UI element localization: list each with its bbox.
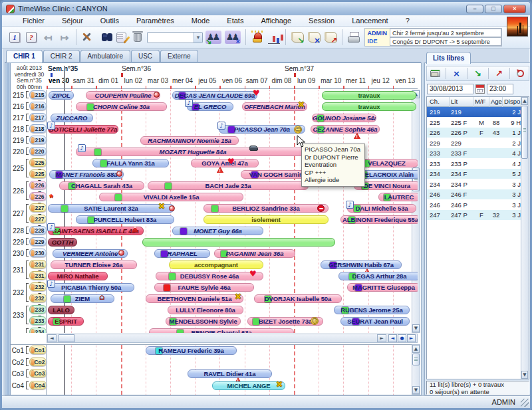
free-bed-row[interactable]: 233233 P4 J xyxy=(427,159,521,169)
minimize-button[interactable]: – xyxy=(466,5,483,13)
stay-bar[interactable]: ZIEM⌂ xyxy=(51,294,114,303)
stay-bar[interactable]: MICHEL ANGE× xyxy=(212,381,285,390)
room-badge-227P[interactable]: 227 P xyxy=(29,215,47,223)
stay-bar[interactable]: OFFENBACH Marion× xyxy=(242,102,307,111)
stay-bar[interactable]: RUBENS Jerome 25a xyxy=(334,306,410,314)
refresh-button[interactable] xyxy=(513,67,527,80)
stay-bar[interactable]: FAURE Sylvie 46a xyxy=(154,283,254,292)
stay-bar[interactable]: BERLIOZ Sandrine 33a xyxy=(203,204,329,213)
free-bed-row[interactable]: 2292292 J xyxy=(427,138,521,148)
menu-item-paramtres[interactable]: Paramètres xyxy=(128,16,183,25)
stay-bar[interactable]: BACH Jade 23a xyxy=(148,181,309,190)
room-badge-216[interactable]: 216 xyxy=(29,102,47,110)
stay-bar[interactable]: MOZART Huguette 84a♪ xyxy=(76,148,310,156)
cancel-admission-button[interactable]: ♟♟× xyxy=(224,31,241,45)
stay-bar[interactable]: RACHMANINOV Noemie 15a xyxy=(140,136,239,145)
scroll-out-button[interactable]: ↗ xyxy=(323,31,338,45)
scroll-down-button[interactable]: ▼ xyxy=(412,386,420,394)
room-badge-232F[interactable]: 232 F xyxy=(29,282,47,291)
stay-bar[interactable]: CHAGALL Sarah 43a xyxy=(59,181,144,190)
stay-bar[interactable]: travaux xyxy=(322,91,416,100)
room-badge-233F[interactable]: 233 F xyxy=(29,305,47,314)
room-badge-Co3[interactable]: Co3 xyxy=(29,369,47,377)
room-badge-Co4[interactable]: Co4 xyxy=(29,381,47,389)
free-bed-row[interactable]: 247247 PF323 J xyxy=(427,210,521,220)
arrow-out-button[interactable]: ↗ xyxy=(492,67,506,80)
stay-bar[interactable]: accompagnant xyxy=(169,260,263,269)
close-button[interactable]: × xyxy=(503,5,526,13)
transfer-out-button[interactable]: ↦ xyxy=(57,31,72,45)
room-badge-230[interactable]: 230 xyxy=(29,249,47,257)
stay-bar[interactable]: MANET Francois 88a xyxy=(49,170,124,179)
hscroll-thumb[interactable] xyxy=(58,334,75,342)
room-badge-225F[interactable]: 225 F xyxy=(29,158,47,167)
table-scroll-thumb[interactable] xyxy=(521,106,528,159)
free-bed-row[interactable]: 226226 PF431 J xyxy=(427,128,521,138)
close-panel-button[interactable]: × xyxy=(450,67,464,80)
free-bed-row[interactable]: 234234 F5 J xyxy=(427,169,521,179)
free-bed-row[interactable]: 234234 P3 J xyxy=(427,179,521,189)
stay-bar[interactable]: PICASSO Jean 70a♪☺ xyxy=(219,125,305,134)
menu-item-affichage[interactable]: Affichage xyxy=(252,16,300,25)
scroll-down-button[interactable]: ▼ xyxy=(412,324,420,332)
stay-bar[interactable]: CEZANNE Sophie 46a xyxy=(311,125,380,134)
stay-bar[interactable]: VIVALDI Axelle 15a xyxy=(99,193,243,201)
stay-bar[interactable]: PURCELL Hubert 83a xyxy=(76,215,174,224)
room-badge-233P[interactable]: 233 P xyxy=(29,316,47,325)
scroll-left-button[interactable]: ◄ xyxy=(47,334,57,342)
stay-bar[interactable]: ZUCCARO xyxy=(51,114,93,122)
menu-item-outils[interactable]: Outils xyxy=(92,16,128,25)
room-badge-226P[interactable]: 226 P xyxy=(29,192,47,201)
scroll-down-button[interactable]: ▼ xyxy=(521,371,528,379)
stay-bar[interactable]: DEGAS JEAN CLAUDE 69a♥ xyxy=(172,91,257,100)
stay-bar[interactable]: GOUNOD Josiane 54a xyxy=(312,114,376,122)
free-bed-row[interactable]: 233233 F4 J xyxy=(427,148,521,158)
stay-bar[interactable]: BOTICELLI Juliette 77a♪ xyxy=(48,125,118,134)
room-badge-234F[interactable]: 234 F xyxy=(29,328,47,333)
stay-bar[interactable]: ESPRIT xyxy=(48,317,84,326)
menu-item-sjour[interactable]: Séjour xyxy=(53,16,92,25)
scroll-in-button[interactable]: ↘ xyxy=(290,31,305,45)
planner-hscrollbar[interactable]: ◄ ► ◄ ● ► xyxy=(47,334,418,343)
stay-bar[interactable]: COUPERIN Pauline xyxy=(86,91,160,100)
room-badge-229[interactable]: 229 xyxy=(29,237,47,246)
statistics-button[interactable] xyxy=(267,31,281,45)
room-badge-226F[interactable]: 226 F xyxy=(29,181,47,189)
find-stay-button[interactable]: ? xyxy=(24,31,39,45)
room-badge-228[interactable]: 228 xyxy=(29,226,47,235)
new-stay-button[interactable]: 1 xyxy=(7,31,22,45)
arrow-in-button[interactable]: ↘ xyxy=(471,67,485,80)
stay-bar[interactable]: VERMEER Antoine xyxy=(53,249,128,258)
room-badge-225P[interactable]: 225 P xyxy=(29,169,47,178)
stay-bar[interactable]: BIZET Josette 73a☺ xyxy=(247,317,323,326)
stay-bar[interactable]: RAVEL Didier 41a xyxy=(188,369,272,378)
admit-patient-button[interactable]: ♟♟↘ xyxy=(205,31,222,45)
scroll-cancel-button[interactable]: × xyxy=(307,31,321,45)
column-header-Ch[interactable]: Ch. xyxy=(428,97,450,107)
tab-ambulatoire[interactable]: Ambulatoire xyxy=(80,50,130,62)
free-bed-row[interactable]: 246246 F3 J xyxy=(427,189,521,199)
stay-bar[interactable]: TURNER Eloise 26a xyxy=(51,260,137,269)
free-bed-row[interactable]: 225225 FM889 H xyxy=(427,118,521,128)
menu-item-fichier[interactable]: Fichier xyxy=(14,16,53,25)
stay-bar[interactable]: EL GRECO♪ xyxy=(187,102,233,111)
stay-bar[interactable]: DEGAS Arthur 28a xyxy=(338,272,418,280)
room-badge-231F[interactable]: 231 F xyxy=(29,260,47,268)
room-badge-Co1[interactable]: Co1 xyxy=(29,346,47,354)
stay-bar[interactable]: DVORJAK Isabelle 50a xyxy=(254,294,342,303)
stay-bar[interactable]: GERSHWIN Habib 67a xyxy=(321,260,402,269)
stay-bar[interactable]: PICABIA Thierry 50a♪ xyxy=(48,283,134,292)
menu-item-session[interactable]: Session xyxy=(300,16,343,25)
date-field[interactable]: 30/08/2013 xyxy=(427,84,473,94)
message-field-2[interactable]: Congés Dr DUPONT -> 5 septembre xyxy=(390,37,501,46)
filter-combobox[interactable]: ▾ xyxy=(147,32,203,43)
room-badge-217[interactable]: 217 xyxy=(29,113,47,122)
stay-bar[interactable]: DEBUSSY Rose 46a♥ xyxy=(156,272,263,280)
tab-lits-libres[interactable]: Lits libres xyxy=(426,52,471,64)
scroll-up-button[interactable]: ▲ xyxy=(521,97,528,105)
stay-bar[interactable]: SEURAT Jean Paul xyxy=(340,317,410,326)
stay-bar[interactable]: MIRO Nathalie xyxy=(48,272,108,280)
column-header-Age[interactable]: Age xyxy=(489,97,503,107)
stay-bar[interactable]: SATIE Laurent 32a× xyxy=(48,204,174,213)
calendar-icon[interactable] xyxy=(475,84,485,94)
